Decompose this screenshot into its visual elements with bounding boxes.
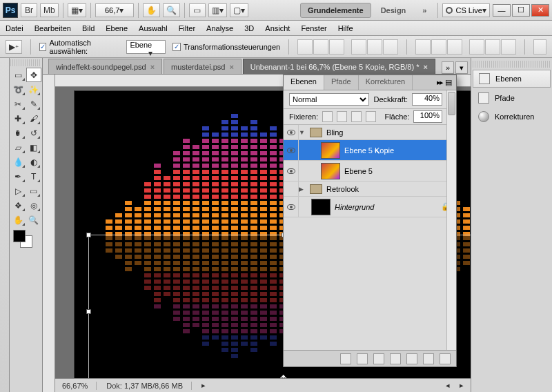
align-right-icon[interactable] (383, 39, 398, 55)
panel-tab-ebenen[interactable]: Ebenen (284, 75, 324, 90)
layer-group-retrolook[interactable]: ▶ Retrolook (284, 182, 456, 197)
panel-scrollbar[interactable] (446, 90, 456, 350)
panel-tab-pfade[interactable]: Pfade (324, 75, 359, 90)
shape-tool[interactable]: ▭ (26, 184, 42, 198)
adjustment-layer-icon[interactable] (390, 353, 401, 364)
disclosure-closed-icon[interactable]: ▶ (299, 186, 307, 193)
layer-group-bling[interactable]: ▼ Bling (284, 125, 456, 140)
status-doc-size[interactable]: Dok: 1,37 MB/8,66 MB (106, 382, 192, 390)
dist-right-icon[interactable] (501, 39, 516, 55)
right-dock-gripper[interactable] (473, 61, 551, 68)
vertical-ruler[interactable] (43, 75, 55, 392)
collapse-panel-button[interactable]: ▸▸ (437, 78, 442, 87)
fill-field[interactable]: 100% (413, 110, 442, 123)
align-vcenter-icon[interactable] (313, 39, 328, 55)
tab-menu-button[interactable]: ▾ (455, 61, 468, 74)
window-minimize-button[interactable]: — (493, 4, 511, 17)
menu-3d[interactable]: 3D (244, 24, 254, 32)
tool-preset-picker[interactable]: ▶+ (6, 40, 22, 54)
panel-tab-korrekturen[interactable]: Korrekturen (359, 75, 413, 90)
dist-vcenter-icon[interactable] (431, 39, 446, 55)
view-extras-button[interactable]: ▦▾ (68, 3, 86, 17)
menu-auswahl[interactable]: Auswahl (139, 24, 168, 32)
collapsed-left-dock[interactable] (0, 58, 10, 392)
align-bottom-icon[interactable] (329, 39, 344, 55)
right-dock-item-pfade[interactable]: Pfade (473, 90, 551, 106)
toolbox-gripper[interactable] (10, 59, 41, 66)
brush-tool[interactable]: 🖌 (26, 111, 42, 126)
visibility-toggle[interactable] (284, 161, 299, 181)
layer-style-icon[interactable] (357, 353, 368, 364)
dist-hcenter-icon[interactable] (485, 39, 500, 55)
color-swatches[interactable] (10, 227, 41, 251)
history-brush-tool[interactable]: ↺ (26, 126, 42, 140)
layer-thumbnail[interactable] (321, 163, 340, 179)
visibility-toggle[interactable] (284, 140, 299, 160)
layer-thumbnail[interactable] (311, 199, 331, 215)
panel-menu-button[interactable]: ▤ (445, 78, 452, 87)
stamp-tool[interactable]: ⧯ (10, 126, 26, 140)
menu-filter[interactable]: Filter (179, 24, 195, 32)
tab-scroll-right-button[interactable]: » (442, 61, 454, 74)
layer-hintergrund[interactable]: Hintergrund 🔒 (284, 197, 456, 217)
eyedropper-tool[interactable]: ✎ (26, 97, 42, 111)
blend-mode-select[interactable]: Normal (289, 93, 369, 106)
bridge-button[interactable]: Br (21, 3, 37, 17)
lasso-tool[interactable]: ➰ (10, 82, 26, 97)
new-group-icon[interactable] (406, 353, 417, 364)
link-layers-icon[interactable] (340, 353, 351, 364)
visibility-toggle[interactable] (284, 182, 299, 196)
layer-thumbnail[interactable] (321, 142, 340, 159)
menu-hilfe[interactable]: Hilfe (338, 24, 353, 32)
disclosure-open-icon[interactable]: ▼ (299, 129, 307, 136)
lock-all-icon[interactable] (366, 111, 376, 122)
right-dock-item-ebenen[interactable]: Ebenen (473, 70, 551, 88)
menu-fenster[interactable]: Fenster (301, 24, 326, 32)
visibility-toggle[interactable] (284, 125, 299, 139)
cslive-button[interactable]: CS Live ▾ (442, 3, 490, 17)
hscroll-left-button[interactable]: ◂ (446, 381, 450, 390)
close-icon[interactable]: × (229, 63, 233, 71)
screen-mode-button[interactable]: ▢▾ (230, 3, 248, 17)
document-tab-1[interactable]: musterdatei.psd× (164, 59, 241, 74)
align-left-icon[interactable] (351, 39, 366, 55)
delete-layer-icon[interactable] (440, 353, 451, 364)
window-close-button[interactable]: ✕ (531, 4, 549, 17)
transform-controls-checkbox[interactable]: ✓ Transformationssteuerungen (172, 43, 280, 51)
hscroll-right-button[interactable]: ▸ (460, 381, 464, 390)
layer-ebene5kopie[interactable]: Ebene 5 Kopie ↖ (284, 140, 456, 161)
arrange-docs-button[interactable]: ▥▾ (208, 3, 227, 17)
3d-tool[interactable]: ❖ (10, 198, 26, 213)
zoom-tool[interactable]: 🔍 (26, 213, 42, 227)
3d-camera-tool[interactable]: ◎ (26, 198, 42, 213)
dist-top-icon[interactable] (415, 39, 431, 55)
opacity-field[interactable]: 40% (412, 93, 442, 106)
menu-datei[interactable]: Datei (6, 24, 23, 32)
path-select-tool[interactable]: ▷ (10, 184, 26, 198)
right-dock-item-korrekturen[interactable]: Korrekturen (473, 108, 551, 125)
window-maximize-button[interactable]: ☐ (512, 4, 530, 17)
close-icon[interactable]: × (423, 63, 427, 71)
crop-tool[interactable]: ✂ (10, 97, 26, 111)
workspace-more-button[interactable]: » (415, 3, 433, 17)
marquee-tool[interactable]: ▭ (10, 68, 26, 82)
wand-tool[interactable]: ✨ (26, 82, 42, 97)
lock-transparency-icon[interactable] (322, 111, 333, 122)
lock-pixels-icon[interactable] (337, 111, 347, 122)
visibility-toggle[interactable] (284, 197, 299, 217)
workspace-tab-design[interactable]: Design (374, 3, 413, 17)
layer-mask-icon[interactable] (373, 353, 384, 364)
menu-bearbeiten[interactable]: Bearbeiten (34, 24, 71, 32)
status-zoom[interactable]: 66,67% (62, 382, 97, 390)
autoselect-checkbox[interactable]: ✓ Automatisch auswählen: (39, 39, 120, 55)
move-tool[interactable]: ✥ (26, 68, 42, 82)
menu-ebene[interactable]: Ebene (106, 24, 128, 32)
layer-ebene5[interactable]: Ebene 5 (284, 161, 456, 182)
status-menu-button[interactable]: ▸ (201, 381, 206, 390)
eraser-tool[interactable]: ▱ (10, 140, 26, 155)
hand-tool-shortcut[interactable]: ✋ (143, 3, 160, 17)
align-top-icon[interactable] (297, 39, 313, 55)
workspace-tab-grundelemente[interactable]: Grundelemente (300, 3, 371, 18)
menu-ansicht[interactable]: Ansicht (265, 24, 290, 32)
gradient-tool[interactable]: ◧ (26, 140, 42, 155)
